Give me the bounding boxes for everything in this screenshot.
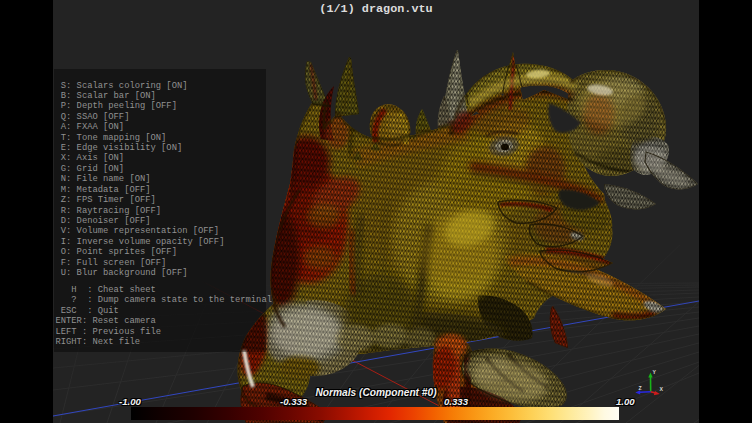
svg-text:Y: Y <box>653 369 657 375</box>
